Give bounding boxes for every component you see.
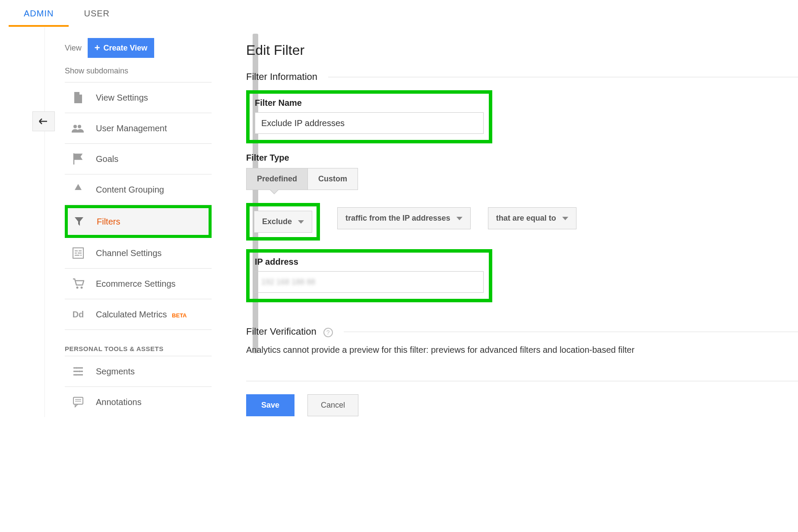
- sidebar-item-label: Content Grouping: [96, 185, 164, 195]
- segments-icon: [71, 366, 85, 377]
- create-view-button[interactable]: + Create View: [88, 38, 155, 58]
- chevron-down-icon: [562, 217, 568, 220]
- sidebar-item-goals[interactable]: Goals: [65, 144, 212, 174]
- grouping-icon: [71, 184, 85, 195]
- personal-tools-heading: PERSONAL TOOLS & ASSETS: [65, 330, 212, 356]
- sidebar-item-label: Segments: [96, 367, 135, 377]
- section-divider: [328, 77, 798, 77]
- verification-message: Analytics cannot provide a preview for t…: [246, 345, 798, 355]
- filter-action-dropdown[interactable]: Exclude: [254, 211, 312, 233]
- sidebar-item-label: Goals: [96, 154, 118, 164]
- top-tabs: ADMIN USER: [0, 0, 798, 27]
- sidebar: View + Create View Show subdomains View …: [65, 27, 212, 417]
- save-button[interactable]: Save: [246, 394, 294, 416]
- speech-bubble-icon: [71, 396, 85, 408]
- sidebar-item-label: Filters: [97, 217, 120, 227]
- svg-point-3: [76, 287, 79, 289]
- dropdown-label: traffic from the IP addresses: [345, 214, 450, 223]
- sidebar-item-user-management[interactable]: User Management: [65, 113, 212, 144]
- sidebar-item-filters[interactable]: Filters: [65, 205, 212, 238]
- main-content: Edit Filter Filter Information Filter Na…: [212, 27, 798, 417]
- ip-address-highlight: IP address 192 168 188 88: [246, 249, 492, 302]
- sidebar-item-label: User Management: [96, 124, 167, 133]
- svg-rect-8: [73, 397, 83, 404]
- sidebar-item-view-settings[interactable]: View Settings: [65, 82, 212, 113]
- show-subdomains-text: Show subdomains: [65, 63, 212, 82]
- ip-address-input[interactable]: 192 168 188 88: [255, 271, 484, 293]
- cancel-button[interactable]: Cancel: [307, 394, 358, 416]
- tab-user[interactable]: USER: [69, 0, 125, 27]
- filter-name-highlight: Filter Name: [246, 90, 492, 143]
- sidebar-item-label: Ecommerce Settings: [96, 279, 176, 289]
- filter-name-label: Filter Name: [255, 98, 484, 108]
- svg-point-4: [81, 287, 83, 289]
- filter-information-heading: Filter Information: [246, 71, 317, 82]
- svg-point-0: [73, 125, 77, 128]
- filter-name-input[interactable]: [255, 112, 484, 134]
- section-divider: [344, 332, 798, 332]
- plus-icon: +: [95, 42, 100, 54]
- funnel-icon: [72, 216, 86, 227]
- ip-address-label: IP address: [255, 257, 484, 267]
- chevron-down-icon: [298, 220, 304, 224]
- filter-type-custom-tab[interactable]: Custom: [308, 168, 358, 190]
- filter-source-dropdown[interactable]: traffic from the IP addresses: [337, 207, 471, 229]
- sidebar-item-annotations[interactable]: Annotations: [65, 387, 212, 417]
- file-icon: [71, 92, 85, 103]
- blurred-ip-value: 192 168 188 88: [261, 278, 315, 287]
- dropdown-label: that are equal to: [496, 214, 556, 223]
- channel-icon: [71, 247, 85, 259]
- beta-badge: BETA: [172, 312, 187, 319]
- back-arrow-icon: [38, 117, 49, 125]
- cart-icon: [71, 278, 85, 289]
- sidebar-item-content-grouping[interactable]: Content Grouping: [65, 174, 212, 205]
- sidebar-item-channel-settings[interactable]: Channel Settings: [65, 238, 212, 269]
- tab-admin[interactable]: ADMIN: [9, 0, 69, 27]
- nav-list: View Settings User Management Goals Cont…: [65, 82, 212, 330]
- view-label: View: [65, 44, 82, 53]
- sidebar-item-label: View Settings: [96, 93, 148, 103]
- filter-type-predefined-tab[interactable]: Predefined: [246, 168, 308, 190]
- tab-pointer-icon: [270, 190, 279, 194]
- filter-match-dropdown[interactable]: that are equal to: [488, 207, 576, 229]
- sidebar-item-calculated-metrics[interactable]: Dd Calculated Metrics BETA: [65, 299, 212, 330]
- vertical-divider: [44, 27, 45, 417]
- svg-point-1: [78, 125, 81, 128]
- chevron-down-icon: [456, 217, 462, 220]
- sidebar-item-label: Annotations: [96, 397, 142, 407]
- svg-point-7: [75, 374, 77, 376]
- sidebar-item-label: Calculated Metrics BETA: [96, 310, 187, 320]
- divider: [246, 381, 798, 381]
- svg-point-6: [79, 370, 80, 372]
- flag-icon: [71, 153, 85, 165]
- info-icon[interactable]: ?: [323, 328, 333, 337]
- filter-type-label: Filter Type: [246, 153, 798, 163]
- users-icon: [71, 123, 85, 134]
- dd-icon: Dd: [71, 309, 85, 320]
- back-button[interactable]: [32, 111, 55, 131]
- svg-point-5: [76, 367, 78, 369]
- dropdown-label: Exclude: [262, 217, 292, 226]
- sidebar-item-ecommerce-settings[interactable]: Ecommerce Settings: [65, 269, 212, 299]
- create-view-label: Create View: [104, 44, 148, 53]
- page-title: Edit Filter: [246, 42, 798, 58]
- filter-verification-heading: Filter Verification ?: [246, 326, 333, 337]
- sidebar-item-segments[interactable]: Segments: [65, 356, 212, 387]
- sidebar-item-label: Channel Settings: [96, 248, 162, 258]
- exclude-highlight: Exclude: [246, 203, 320, 241]
